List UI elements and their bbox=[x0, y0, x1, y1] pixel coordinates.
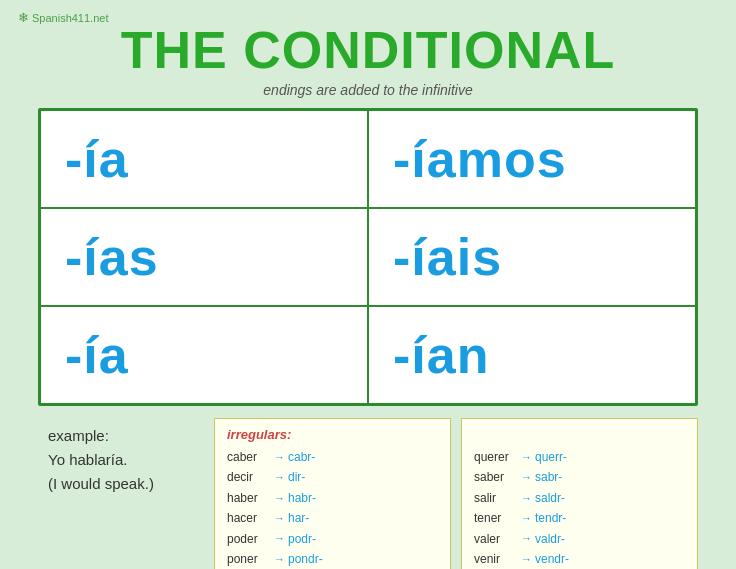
word: salir bbox=[474, 488, 518, 508]
list-item: caber → cabr- bbox=[227, 447, 438, 467]
example-sentence: Yo hablaría. bbox=[48, 448, 188, 472]
arrow-icon: → bbox=[274, 489, 285, 508]
subtitle: endings are added to the infinitive bbox=[263, 82, 472, 98]
cell-ian-text: -ían bbox=[393, 325, 489, 385]
table-row: -ía -íamos bbox=[41, 111, 695, 209]
stem: pondr- bbox=[288, 549, 323, 569]
irregulars-section: irregulars: caber → cabr- decir → dir- h… bbox=[214, 418, 698, 569]
stem: cabr- bbox=[288, 447, 315, 467]
list-item: haber → habr- bbox=[227, 488, 438, 508]
word: querer bbox=[474, 447, 518, 467]
word: decir bbox=[227, 467, 271, 487]
word: poder bbox=[227, 529, 271, 549]
logo: ❄ Spanish411.net bbox=[18, 10, 108, 25]
stem: podr- bbox=[288, 529, 316, 549]
cell-ia-1: -ía bbox=[41, 111, 369, 207]
example-box: example: Yo hablaría. (I would speak.) bbox=[38, 418, 198, 502]
stem: sabr- bbox=[535, 467, 562, 487]
stem: valdr- bbox=[535, 529, 565, 549]
word: hacer bbox=[227, 508, 271, 528]
cell-iais-text: -íais bbox=[393, 227, 502, 287]
list-item: poner → pondr- bbox=[227, 549, 438, 569]
word: poner bbox=[227, 549, 271, 569]
table-row: -ías -íais bbox=[41, 209, 695, 307]
word: haber bbox=[227, 488, 271, 508]
stem: saldr- bbox=[535, 488, 565, 508]
word: caber bbox=[227, 447, 271, 467]
arrow-icon: → bbox=[521, 448, 532, 467]
arrow-icon: → bbox=[274, 509, 285, 528]
cell-iamos: -íamos bbox=[369, 111, 695, 207]
arrow-icon: → bbox=[521, 509, 532, 528]
arrow-icon: → bbox=[521, 468, 532, 487]
example-label: example: bbox=[48, 424, 188, 448]
stem: har- bbox=[288, 508, 309, 528]
arrow-icon: → bbox=[521, 550, 532, 569]
conjugation-table: -ía -íamos -ías -íais -ía -ían bbox=[38, 108, 698, 406]
stem: dir- bbox=[288, 467, 305, 487]
arrow-icon: → bbox=[274, 468, 285, 487]
cell-ia-2: -ía bbox=[41, 307, 369, 403]
logo-icon: ❄ bbox=[18, 10, 29, 25]
logo-text: Spanish411.net bbox=[32, 12, 108, 24]
irregulars-box-right: irregulars: querer → querr- saber → sabr… bbox=[461, 418, 698, 569]
irregulars-box-left: irregulars: caber → cabr- decir → dir- h… bbox=[214, 418, 451, 569]
list-item: salir → saldr- bbox=[474, 488, 685, 508]
arrow-icon: → bbox=[274, 550, 285, 569]
arrow-icon: → bbox=[521, 489, 532, 508]
list-item: querer → querr- bbox=[474, 447, 685, 467]
arrow-icon: → bbox=[274, 448, 285, 467]
cell-ias: -ías bbox=[41, 209, 369, 305]
list-item: poder → podr- bbox=[227, 529, 438, 549]
word: venir bbox=[474, 549, 518, 569]
word: valer bbox=[474, 529, 518, 549]
page-container: ❄ Spanish411.net THE CONDITIONAL endings… bbox=[0, 0, 736, 569]
irregulars-left-list: caber → cabr- decir → dir- haber → habr- bbox=[227, 447, 438, 569]
word: saber bbox=[474, 467, 518, 487]
list-item: saber → sabr- bbox=[474, 467, 685, 487]
irregulars-right-list: querer → querr- saber → sabr- salir → sa… bbox=[474, 447, 685, 569]
list-item: hacer → har- bbox=[227, 508, 438, 528]
stem: habr- bbox=[288, 488, 316, 508]
arrow-icon: → bbox=[521, 529, 532, 548]
page-title: THE CONDITIONAL bbox=[121, 20, 616, 80]
list-item: valer → valdr- bbox=[474, 529, 685, 549]
cell-ias-text: -ías bbox=[65, 227, 159, 287]
stem: vendr- bbox=[535, 549, 569, 569]
list-item: venir → vendr- bbox=[474, 549, 685, 569]
bottom-section: example: Yo hablaría. (I would speak.) i… bbox=[38, 418, 698, 569]
list-item: tener → tendr- bbox=[474, 508, 685, 528]
word: tener bbox=[474, 508, 518, 528]
cell-iamos-text: -íamos bbox=[393, 129, 567, 189]
example-translation: (I would speak.) bbox=[48, 472, 188, 496]
cell-ia-2-text: -ía bbox=[65, 325, 129, 385]
cell-iais: -íais bbox=[369, 209, 695, 305]
cell-ia-1-text: -ía bbox=[65, 129, 129, 189]
list-item: decir → dir- bbox=[227, 467, 438, 487]
table-row: -ía -ían bbox=[41, 307, 695, 403]
stem: tendr- bbox=[535, 508, 566, 528]
arrow-icon: → bbox=[274, 529, 285, 548]
stem: querr- bbox=[535, 447, 567, 467]
cell-ian: -ían bbox=[369, 307, 695, 403]
irregulars-title: irregulars: bbox=[227, 427, 438, 442]
